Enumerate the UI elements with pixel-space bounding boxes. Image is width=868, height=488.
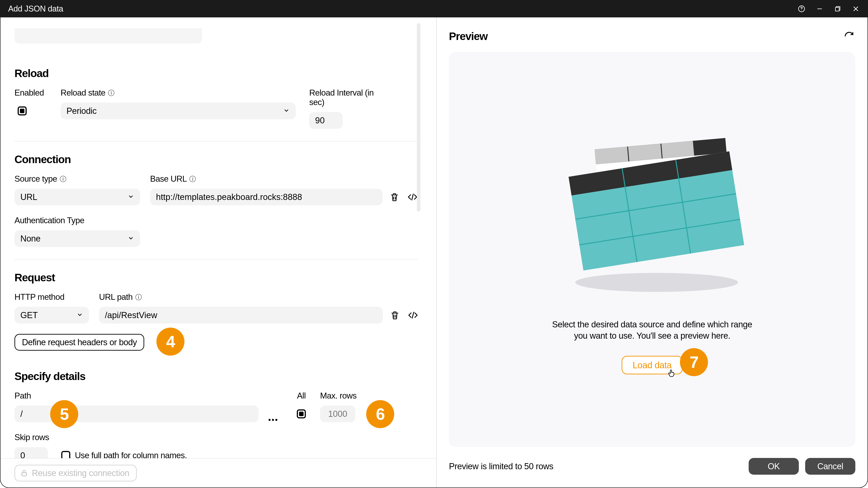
full-path-checkbox[interactable] [61, 451, 70, 458]
base-url-input[interactable] [150, 189, 382, 205]
source-type-label: Source type i [14, 174, 66, 184]
window-body: Reload Enabled Reload state i [0, 18, 868, 488]
svg-rect-17 [595, 147, 628, 164]
trash-icon[interactable] [389, 309, 401, 321]
url-path-input[interactable] [99, 307, 383, 324]
connection-heading: Connection [14, 153, 422, 166]
svg-rect-13 [22, 473, 27, 476]
enabled-label: Enabled [14, 88, 44, 98]
annotation-6: 6 [366, 400, 394, 428]
reuse-connection-button[interactable]: Reuse existing connection [14, 465, 137, 482]
base-url-label: Base URL i [150, 174, 196, 184]
annotation-4: 4 [156, 328, 184, 356]
ok-button[interactable]: OK [749, 458, 799, 475]
http-method-select[interactable]: GET [14, 307, 89, 324]
preview-illustration [542, 133, 762, 302]
all-checkbox[interactable] [297, 410, 306, 418]
reuse-connection-label: Reuse existing connection [32, 468, 129, 478]
reload-interval-input[interactable] [309, 112, 343, 129]
collapsed-field-above [14, 28, 202, 43]
reload-state-label: Reload state i [61, 88, 114, 98]
info-icon[interactable]: i [135, 294, 142, 300]
enabled-checkbox[interactable] [18, 106, 27, 116]
chevron-down-icon [127, 234, 134, 243]
svg-line-9 [412, 194, 413, 200]
settings-pane: Reload Enabled Reload state i [0, 18, 437, 488]
svg-rect-18 [628, 144, 662, 161]
reload-state-select[interactable]: Periodic [61, 103, 296, 119]
max-rows-label: Max. rows [320, 391, 356, 400]
info-icon[interactable]: i [189, 176, 196, 182]
section-connection: Connection Source type i URL [14, 153, 422, 247]
trash-icon[interactable] [388, 191, 401, 203]
auth-type-label: Authentication Type [14, 216, 84, 225]
annotation-7: 7 [680, 348, 708, 376]
svg-point-14 [575, 273, 738, 292]
title-bar: Add JSON data [0, 0, 868, 18]
reload-interval-label: Reload Interval (in sec) [309, 88, 386, 107]
source-type-value: URL [20, 192, 37, 202]
source-type-select[interactable]: URL [14, 189, 140, 205]
close-button[interactable] [850, 3, 862, 15]
left-footer: Reuse existing connection [0, 458, 436, 488]
preview-hint: Select the desired data source and defin… [552, 319, 752, 341]
http-method-label: HTTP method [14, 292, 64, 302]
svg-rect-19 [661, 141, 694, 158]
section-reload: Reload Enabled Reload state i [14, 67, 422, 129]
chevron-down-icon [127, 192, 134, 202]
right-footer: Preview is limited to 50 rows OK Cancel [449, 454, 855, 479]
request-heading: Request [14, 271, 422, 284]
auth-type-value: None [20, 234, 40, 243]
scrollbar[interactable] [417, 22, 421, 431]
max-rows-input[interactable] [320, 405, 355, 422]
section-details: Specify details Path 5 All [14, 370, 422, 458]
section-request: Request HTTP method GET URL path i [14, 271, 422, 351]
annotation-5: 5 [50, 400, 78, 428]
svg-line-12 [412, 312, 414, 318]
maximize-button[interactable] [832, 3, 844, 15]
preview-limit-text: Preview is limited to 50 rows [449, 462, 742, 471]
path-label: Path [14, 391, 31, 400]
window-title: Add JSON data [8, 4, 789, 13]
help-button[interactable] [796, 3, 807, 15]
divider [14, 259, 418, 260]
refresh-icon[interactable] [843, 30, 855, 42]
divider [14, 141, 418, 141]
skip-rows-label: Skip rows [14, 433, 49, 442]
preview-header: Preview [449, 30, 855, 42]
settings-scroll: Reload Enabled Reload state i [0, 18, 436, 458]
info-icon[interactable]: i [108, 90, 114, 96]
details-heading: Specify details [14, 370, 422, 383]
minimize-button[interactable] [814, 3, 826, 15]
url-path-label: URL path i [99, 292, 142, 302]
scrollbar-thumb[interactable] [417, 23, 421, 212]
http-method-value: GET [20, 311, 38, 320]
chevron-down-icon [76, 311, 83, 320]
preview-heading: Preview [449, 30, 843, 42]
preview-area: Select the desired data source and defin… [449, 52, 855, 447]
define-headers-button[interactable]: Define request headers or body [14, 334, 144, 351]
info-icon[interactable]: i [60, 176, 66, 182]
chevron-down-icon [283, 106, 290, 116]
all-label: All [292, 391, 310, 400]
reload-heading: Reload [14, 67, 422, 79]
svg-point-1 [801, 10, 802, 11]
lock-icon [20, 469, 28, 477]
more-icon[interactable] [269, 419, 277, 421]
preview-pane: Preview [437, 18, 868, 488]
auth-type-select[interactable]: None [14, 230, 140, 247]
cancel-button[interactable]: Cancel [805, 458, 855, 475]
full-path-label: Use full path for column names. [75, 451, 187, 458]
cursor-pointer-icon [667, 368, 676, 378]
reload-state-value: Periodic [66, 106, 96, 116]
reload-row: Enabled Reload state i Periodic [14, 88, 422, 129]
skip-rows-input[interactable] [14, 447, 48, 458]
svg-rect-4 [835, 7, 839, 11]
